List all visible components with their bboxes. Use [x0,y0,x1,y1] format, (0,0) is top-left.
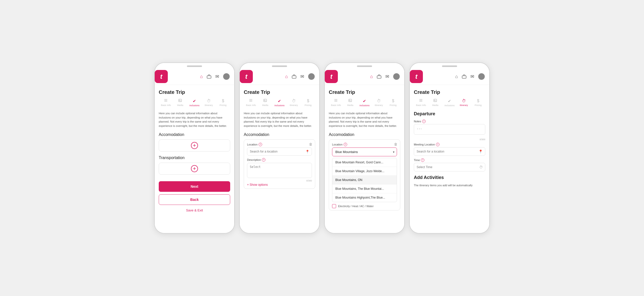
location-input-2[interactable] [247,147,312,156]
avatar-2[interactable] [308,73,315,80]
tab-basic-info-1[interactable]: Basic Info [159,99,173,107]
tab-basic-info-2[interactable]: Basic Info [244,99,258,107]
tab-icon-media-2 [263,99,267,103]
mail-icon-3[interactable]: ✉ [385,74,389,79]
tab-icon-basic-info-4 [419,99,423,103]
nav-bar-4: t ⌂ ✉ [410,68,489,85]
dropdown-item-1-3[interactable]: Blue Mountain Village, Jozo Welde... [332,167,397,176]
mail-icon-4[interactable]: ✉ [470,74,474,79]
section-accomodation-1: Accomodation [159,132,230,137]
phones-container: t ⌂ ✉ Create Trip [154,62,490,234]
tab-label-pricing-2: Pricing [305,104,312,106]
tab-pricing-3[interactable]: $ Pricing [386,99,400,107]
avatar-3[interactable] [393,73,400,80]
tab-inclusions-1[interactable]: ✔ Inclusions [187,99,202,107]
location-help-icon-3[interactable]: ? [344,143,347,146]
briefcase-icon-3[interactable] [377,75,381,79]
location-help-icon-2[interactable]: ? [259,143,262,146]
departure-title-4: Departure [414,111,485,117]
tab-inclusions-4[interactable]: ✔ Inclusions [442,99,457,107]
description-text-1: Here you can include optional informatio… [159,111,230,128]
save-exit-1[interactable]: Save & Exit [159,207,230,213]
logo-text-3: t [330,73,333,80]
app-logo-3[interactable]: t [325,70,338,83]
notes-char-count-4: 0/300 [414,138,485,141]
nav-bar-1: t ⌂ ✉ [155,68,234,85]
checkbox-amenities-3[interactable] [332,204,336,208]
page-title-3: Create Trip [329,89,400,95]
delete-accomodation-btn-2[interactable]: 🗑 [309,142,312,146]
tab-label-pricing-1: Pricing [220,104,227,106]
show-options-btn-2[interactable]: + Show options [247,183,312,187]
meeting-location-input-4[interactable] [414,147,485,156]
tab-label-media-4: Media [432,104,438,106]
tab-inclusions-3[interactable]: ✔ Inclusions [357,99,372,107]
dropdown-item-4-3[interactable]: Blue Mountains Highpoint,The Blue... [332,193,397,202]
app-logo-2[interactable]: t [240,70,253,83]
mail-icon-2[interactable]: ✉ [300,74,304,79]
home-icon-3[interactable]: ⌂ [370,74,373,79]
description-textarea-2[interactable] [247,163,312,178]
next-button-1[interactable]: Next [159,181,230,192]
svg-rect-6 [292,76,296,78]
time-input-4[interactable] [414,163,485,171]
add-accomodation-btn-1[interactable]: + [159,139,230,152]
app-logo-4[interactable]: t [410,70,423,83]
tab-media-3[interactable]: Media [343,99,357,107]
home-icon-4[interactable]: ⌂ [455,74,458,79]
tab-label-inclusions-1: Inclusions [189,104,199,107]
time-help-icon-4[interactable]: ? [421,158,424,162]
briefcase-icon-2[interactable] [292,75,296,79]
delete-accomodation-btn-3[interactable]: 🗑 [394,142,397,146]
phone-4-content: Create Trip Basic Info Media [410,85,489,233]
mail-icon-1[interactable]: ✉ [215,74,219,79]
description-text-3: Here you can include optional informatio… [329,111,400,128]
tab-icon-inclusions-3: ✔ [363,99,366,103]
back-button-1[interactable]: Back [159,194,230,205]
app-logo-1[interactable]: t [155,70,168,83]
add-transportation-icon-1: + [191,165,198,172]
tab-media-1[interactable]: Media [173,99,187,107]
tab-label-media-1: Media [177,104,183,106]
step-tabs-4: Basic Info Media ✔ Inclusions ⏱ I [414,99,485,107]
notes-help-icon-4[interactable]: ? [422,120,426,123]
tab-pricing-4[interactable]: $ Pricing [471,99,485,107]
phone-4: t ⌂ ✉ Create Trip [409,62,490,234]
notes-label-4: Notes ? [414,120,485,123]
meeting-location-help-icon-4[interactable]: ? [436,143,439,146]
dropdown-item-3-3[interactable]: Blue Mountains, The Blue Mountai... [332,184,397,193]
avatar-1[interactable] [223,73,230,80]
dropdown-item-0-3[interactable]: Blue Mountain Resort, Gord Cann... [332,158,397,167]
svg-rect-19 [419,99,422,100]
dropdown-item-2-3[interactable]: Blue Mountains, ON [332,176,397,184]
tab-inclusions-2[interactable]: ✔ Inclusions [272,99,287,107]
tab-media-4[interactable]: Media [428,99,442,107]
tab-icon-itinerary-4: ⏱ [462,99,466,103]
avatar-4[interactable] [478,73,485,80]
tab-media-2[interactable]: Media [258,99,272,107]
tab-itinerary-2[interactable]: ⏱ Itinerary [287,99,301,107]
tab-pricing-1[interactable]: $ Pricing [216,99,230,107]
location-dropdown-3[interactable]: Blue Mountains [332,147,397,156]
tab-itinerary-3[interactable]: ⏱ Itinerary [372,99,386,107]
logo-text-1: t [160,73,163,80]
tab-basic-info-4[interactable]: Basic Info [414,99,428,107]
tab-basic-info-3[interactable]: Basic Info [329,99,343,107]
svg-point-11 [264,100,265,100]
home-icon-2[interactable]: ⌂ [285,74,288,79]
add-transportation-btn-1[interactable]: + [159,163,230,175]
tab-itinerary-4[interactable]: ⏱ Itinerary [457,99,471,107]
briefcase-icon-4[interactable] [462,75,466,79]
svg-point-17 [349,100,350,100]
briefcase-icon-1[interactable] [207,75,211,79]
nav-icons-3: ⌂ ✉ [343,73,400,80]
notes-textarea-4[interactable] [414,124,485,135]
tab-itinerary-1[interactable]: ⏱ Itinerary [202,99,216,107]
tab-icon-pricing-3: $ [392,99,394,103]
tab-icon-media-3 [348,99,352,103]
description-help-icon-2[interactable]: ? [262,158,265,162]
home-icon-1[interactable]: ⌂ [200,74,203,79]
tab-icon-basic-info-3 [334,99,338,103]
svg-rect-1 [164,99,167,100]
tab-pricing-2[interactable]: $ Pricing [301,99,315,107]
